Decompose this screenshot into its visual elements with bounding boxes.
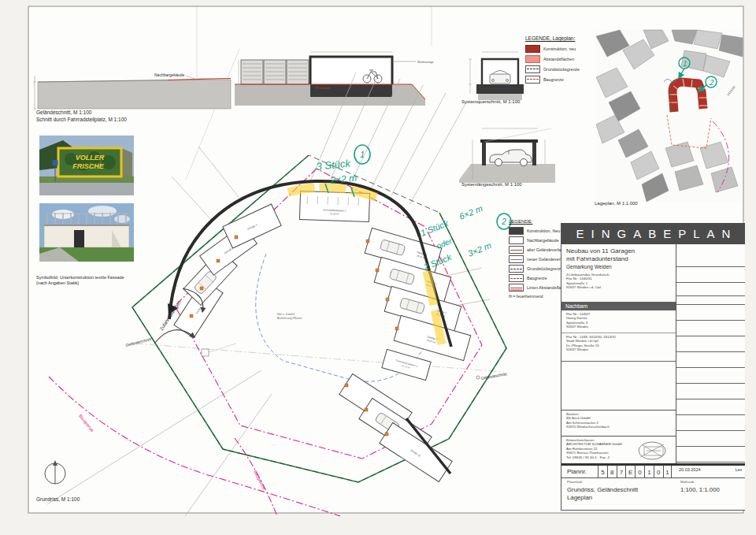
legend-item: Konstruktion, neu bbox=[525, 43, 596, 54]
entwurfsverfasser-block: Entwurfsverfasser: ARCHITEKTUR SCHABNER … bbox=[561, 436, 676, 463]
swatch-baugrenze-2 bbox=[509, 274, 524, 282]
werbeanlage-label: Werbeanlage bbox=[417, 61, 434, 64]
swatch-linien-abstandsflaechen bbox=[509, 284, 524, 292]
empty-cell bbox=[676, 415, 745, 431]
swatch-abstandsflaechen bbox=[525, 55, 540, 63]
empty-cell bbox=[676, 384, 745, 399]
empty-cell bbox=[676, 431, 745, 447]
hand-circle-1: 1 bbox=[360, 150, 365, 159]
photo-caption-line2: (nach Angaben Statik) bbox=[36, 281, 124, 286]
caption-gelaendeschnitt: Geländeschnitt, M 1:100 bbox=[36, 110, 127, 117]
gelaendeschnitt-caption: Geländeschnitt, M 1:100 Schnitt durch Fa… bbox=[36, 110, 127, 123]
empty-cell bbox=[676, 336, 745, 352]
plannr-digits: 5 8 7 E 0 1 0 1 bbox=[598, 466, 672, 478]
title-block-right-column bbox=[676, 244, 745, 466]
plannr-label: Plannr. bbox=[567, 468, 587, 475]
neighbor-1: Flur Nr.: 1440/7 Georg Körner Spitalstra… bbox=[561, 310, 676, 333]
swatch-alter-gelaendeverlauf bbox=[509, 246, 524, 254]
empty-cell bbox=[676, 399, 745, 415]
site-line: 92637 Weiden i.d. Opf. bbox=[566, 285, 676, 289]
photo-steel-frame bbox=[39, 203, 134, 262]
courtyard-label-1: Hof u. Zufahrt bbox=[277, 313, 295, 316]
empty-cell bbox=[676, 305, 745, 321]
project-title-line2: mit Fahrradunterstand bbox=[566, 255, 676, 263]
plan-initials: Leo bbox=[736, 467, 742, 472]
empty-cell bbox=[676, 267, 745, 283]
plannr-row: Plannr. 5 8 7 E 0 1 0 1 20.03.2024 Leo bbox=[561, 466, 745, 478]
empty-cell bbox=[676, 321, 745, 336]
swatch-neuer-gelaendeverlauf bbox=[509, 255, 524, 263]
svg-text:31,53 m²: 31,53 m² bbox=[330, 212, 339, 215]
massstab-cell: Maßstab 1:100, 1:1.000 bbox=[676, 478, 745, 510]
massstab-label: Maßstab bbox=[680, 480, 745, 484]
legend-item: Baugrenze bbox=[525, 74, 596, 84]
architect-stamp-icon bbox=[634, 440, 670, 462]
empty-cell bbox=[676, 244, 745, 267]
swatch-grundstuecksgrenze-2 bbox=[509, 265, 524, 273]
banner-text-1: VOLLER bbox=[76, 154, 105, 162]
planinhalt-row: Planinhalt Grundriss, Geländeschnitt Lag… bbox=[561, 478, 745, 510]
nachbarn-header: Nachbarn bbox=[561, 302, 676, 310]
caption-schnitt-fahrrad: Schnitt durch Fahrradstellplatz, M 1:100 bbox=[36, 117, 127, 124]
title-block-header: EINGABEPLAN bbox=[561, 223, 745, 244]
hand-circle-2: 2 bbox=[501, 217, 506, 226]
photo-billa-banner: VOLLER FRISCHE bbox=[39, 136, 134, 195]
project-info: Neubau von 11 Garagen mit Fahrradunterst… bbox=[561, 244, 676, 302]
lageplan-map: 1 2 2416/00 bbox=[596, 30, 743, 202]
banner-text-2: FRISCHE bbox=[72, 162, 104, 170]
laengsschnitt-caption: Systemlängsschnitt, M 1:100 bbox=[461, 182, 522, 187]
querschnitt-caption: Systemquerschnitt, M 1:100 bbox=[461, 99, 520, 104]
empty-cell bbox=[676, 296, 745, 305]
swatch-konstruktion bbox=[509, 227, 524, 235]
title-block: EINGABEPLAN Neubau von 11 Garagen mit Fa… bbox=[561, 223, 745, 511]
lageplan-caption: Lageplan, M 1:1.000 bbox=[595, 201, 638, 206]
legend-lageplan-title: LEGENDE, Lageplan: bbox=[525, 35, 596, 41]
legend-item: Abstandsflächen bbox=[525, 54, 596, 64]
empty-cell bbox=[676, 447, 745, 463]
empty-cell bbox=[676, 352, 745, 368]
swatch-konstruktion-neu bbox=[525, 45, 540, 53]
planinhalt-cell: Planinhalt Grundriss, Geländeschnitt Lag… bbox=[561, 478, 676, 510]
grundriss-caption: Grundriss, M 1:100 bbox=[36, 496, 80, 502]
swatch-baugrenze bbox=[525, 76, 540, 84]
nachbargebaeude-label: Nachbargebäude bbox=[154, 72, 184, 77]
massstab-value: 1:100, 1:1.000 bbox=[680, 486, 745, 494]
swatch-grundstuecksgrenze bbox=[525, 65, 540, 73]
photo-caption: Symbolbild; Unterkonstruktion textile Fa… bbox=[36, 275, 124, 286]
empty-cell bbox=[676, 283, 745, 296]
date-cell: 20.03.2024 Leo bbox=[676, 466, 745, 478]
ok-gelaende-label: OK Gelände bbox=[315, 87, 330, 90]
legend-item: Grundstücksgrenze bbox=[525, 64, 596, 74]
bauherr-block: Bauherr: BS Beck GmbH Am Schnurenacker 2… bbox=[561, 410, 676, 436]
planinhalt-label: Planinhalt bbox=[567, 480, 676, 484]
legend-lageplan: LEGENDE, Lageplan: Konstruktion, neu Abs… bbox=[525, 35, 596, 84]
map-circle-1: 1 bbox=[682, 60, 687, 68]
scanned-eingabeplan-sheet: Werbeanlage OK Gelände bbox=[0, 0, 756, 535]
project-title-line1: Neubau von 11 Garagen bbox=[566, 247, 676, 255]
gemarkung: Gemarkung Weiden bbox=[566, 264, 676, 269]
plan-date: 20.03.2024 bbox=[679, 467, 701, 472]
empty-cell bbox=[676, 368, 745, 384]
swatch-nachbargebaeude bbox=[509, 236, 524, 244]
courtyard-label-2: Ausführung Pflaster bbox=[277, 317, 302, 320]
neighbor-2: Flur Nr.: 1448, 3414/30, 3414/31 Stadt W… bbox=[561, 333, 676, 362]
photo-caption-line1: Symbolbild; Unterkonstruktion textile Fa… bbox=[36, 275, 124, 281]
